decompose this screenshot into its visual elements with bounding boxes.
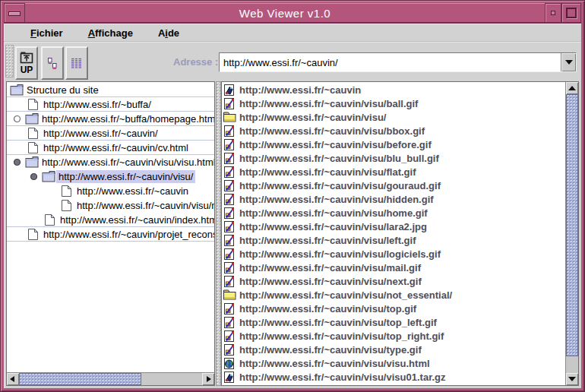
menu-affichage[interactable]: Affichage — [88, 27, 133, 39]
list-item[interactable]: http://www.essi.fr/~cauvin/visu/blu_bull… — [222, 151, 565, 165]
list-item[interactable]: http://www.essi.fr/~cauvin/visu/lara2.jp… — [222, 220, 565, 233]
vertical-scroll-thumb[interactable] — [566, 94, 578, 356]
window-menu-dash-icon — [8, 11, 21, 16]
html-file-icon — [223, 357, 239, 370]
scroll-right-button[interactable] — [202, 373, 214, 385]
tree-row[interactable]: http://www.essi.fr/~cauvin — [7, 184, 214, 198]
horizontal-scroll-thumb[interactable] — [19, 373, 141, 385]
tree-row-label: http://www.essi.fr/~buffa/ — [41, 98, 153, 111]
list-item-label: http://www.essi.fr/~cauvin/visu/blu_bull… — [239, 153, 439, 164]
site-tree: Structure du sitehttp://www.essi.fr/~buf… — [7, 83, 214, 372]
list-item[interactable]: http://www.essi.fr/~cauvin/visu/home.gif — [222, 206, 565, 220]
hierarchy-view-button[interactable] — [41, 46, 64, 80]
list-item[interactable]: http://www.essi.fr/~cauvin/visu/type.gif — [222, 343, 565, 356]
tree-row-label: http://www.essi.fr/~cauvin/ — [41, 127, 160, 140]
image-file-icon — [223, 179, 239, 192]
document-icon — [43, 213, 58, 226]
list-item[interactable]: http://www.essi.fr/~cauvin — [222, 83, 565, 96]
tree-row[interactable]: http://www.essi.fr/~cauvin/index.html — [7, 213, 214, 227]
image-file-icon — [223, 343, 239, 356]
document-icon — [27, 98, 41, 111]
tree-row[interactable]: http://www.essi.fr/~cauvin/ — [7, 126, 214, 141]
list-item[interactable]: http://www.essi.fr/~cauvin/visu/left.gif — [222, 233, 565, 247]
list-item[interactable]: http://www.essi.fr/~cauvin/visu/top_left… — [222, 315, 565, 329]
url-list-panel: http://www.essi.fr/~cauvinhttp://www.ess… — [221, 81, 579, 386]
table-view-button[interactable] — [65, 46, 88, 80]
maximize-icon — [566, 8, 577, 18]
list-item-label: http://www.essi.fr/~cauvin/visu/not_esse… — [239, 289, 452, 301]
dropdown-arrow-icon — [565, 60, 573, 65]
list-item[interactable]: http://www.essi.fr/~cauvin/visu/mail.gif — [222, 261, 565, 274]
list-item[interactable]: http://www.essi.fr/~cauvin/visu/next.gif — [222, 274, 565, 288]
list-item[interactable]: http://www.essi.fr/~cauvin/visu/ — [222, 110, 565, 124]
up-button[interactable]: UP — [15, 46, 38, 80]
web-viewer-window: Web Viewer v1.0 FichierAffichageAide UP … — [0, 0, 585, 392]
menubar: FichierAffichageAide — [4, 24, 581, 42]
image-file-icon — [223, 125, 239, 138]
scroll-down-button[interactable] — [566, 373, 578, 385]
image-file-icon — [223, 248, 239, 261]
address-dropdown-button[interactable] — [561, 53, 576, 71]
expand-handle-icon[interactable] — [8, 115, 25, 123]
list-item-label: http://www.essi.fr/~cauvin/visu/top_left… — [239, 317, 437, 328]
list-item-label: http://www.essi.fr/~cauvin/visu/visu01.t… — [239, 371, 446, 383]
list-item[interactable]: http://www.essi.fr/~cauvin/visu/top.gif — [222, 302, 565, 315]
title-area[interactable]: Web Viewer v1.0 — [25, 3, 545, 23]
tree-row-label: http://www.essi.fr/~cauvin/projet_recons… — [41, 228, 214, 241]
tree-row[interactable]: Structure du site — [7, 83, 214, 97]
list-item[interactable]: http://www.essi.fr/~cauvin/visu/gouraud.… — [222, 179, 565, 192]
tree-row[interactable]: http://www.essi.fr/~cauvin/visu/ — [7, 169, 214, 184]
tree-indent — [7, 220, 43, 220]
minimize-button[interactable] — [545, 3, 561, 23]
list-item[interactable]: http://www.essi.fr/~cauvin/visu/top_righ… — [222, 329, 565, 343]
list-item[interactable]: http://www.essi.fr/~cauvin/visu/before.g… — [222, 138, 565, 151]
tree-row[interactable]: http://www.essi.fr/~cauvin/projet_recons… — [7, 227, 214, 242]
list-item-label: http://www.essi.fr/~cauvin/visu/home.gif — [239, 207, 428, 219]
tree-row-label: Structure du site — [24, 84, 101, 96]
list-vertical-scrollbar[interactable] — [565, 82, 578, 385]
image-file-icon — [223, 220, 239, 233]
maximize-button[interactable] — [561, 3, 581, 23]
tree-row-label: http://www.essi.fr/~cauvin/visu/ — [56, 170, 195, 183]
list-item-label: http://www.essi.fr/~cauvin/visu/hidden.g… — [239, 194, 434, 205]
image-file-icon — [223, 330, 239, 343]
image-file-icon — [223, 97, 239, 110]
list-item-label: http://www.essi.fr/~cauvin/visu/top_righ… — [239, 330, 444, 342]
window-menu-button[interactable] — [4, 3, 25, 23]
titlebar: Web Viewer v1.0 — [4, 3, 581, 23]
list-item[interactable]: http://www.essi.fr/~cauvin/visu/not_esse… — [222, 288, 565, 302]
tree-row[interactable]: http://www.essi.fr/~cauvin/visu/visu.htm… — [7, 155, 214, 169]
menu-fichier[interactable]: Fichier — [30, 27, 63, 39]
menu-aide[interactable]: Aide — [158, 27, 179, 39]
collapse-handle-icon[interactable] — [8, 158, 25, 166]
list-item[interactable]: http://www.essi.fr/~cauvin/visu/ball.gif — [222, 96, 565, 110]
list-item[interactable]: http://www.essi.fr/~cauvin/visu/visu.htm… — [222, 356, 565, 370]
list-item-label: http://www.essi.fr/~cauvin/visu/left.gif — [239, 235, 416, 246]
tree-horizontal-scrollbar[interactable] — [7, 372, 214, 385]
address-label: Adresse : — [173, 56, 218, 68]
hierarchy-view-icon — [46, 57, 59, 70]
document-icon — [60, 185, 74, 198]
binary-file-icon — [223, 84, 239, 96]
image-file-icon — [223, 275, 239, 288]
tree-row[interactable]: http://www.essi.fr/~buffa/ — [7, 97, 214, 112]
arrow-right-icon — [207, 376, 211, 382]
list-item[interactable]: http://www.essi.fr/~cauvin/visu/flat.gif — [222, 165, 565, 179]
tree-row[interactable]: http://www.essi.fr/~buffa/homepage.html — [7, 112, 214, 126]
tree-row[interactable]: http://www.essi.fr/~cauvin/visu/not_ — [7, 198, 214, 213]
list-item[interactable]: http://www.essi.fr/~cauvin/visu/visu01.t… — [222, 370, 565, 384]
list-item[interactable]: http://www.essi.fr/~cauvin/visu/hidden.g… — [222, 192, 565, 206]
split-pane-divider[interactable] — [216, 81, 221, 386]
collapse-handle-icon[interactable] — [25, 172, 42, 181]
toolbar-grip[interactable] — [5, 45, 14, 77]
list-item[interactable]: http://www.essi.fr/~cauvin/visu/bbox.gif — [222, 124, 565, 138]
list-item[interactable]: http://www.essi.fr/~cauvin/visu/logiciel… — [222, 247, 565, 261]
scroll-up-button[interactable] — [566, 82, 578, 94]
tree-indent — [7, 234, 27, 235]
scroll-left-button[interactable] — [7, 373, 19, 385]
tree-row[interactable]: http://www.essi.fr/~cauvin/cv.html — [7, 141, 214, 155]
address-input[interactable] — [220, 53, 561, 71]
list-item-label: http://www.essi.fr/~cauvin/visu/flat.gif — [239, 166, 416, 178]
tree-row-label: http://www.essi.fr/~cauvin — [74, 185, 191, 198]
image-file-icon — [223, 261, 239, 274]
